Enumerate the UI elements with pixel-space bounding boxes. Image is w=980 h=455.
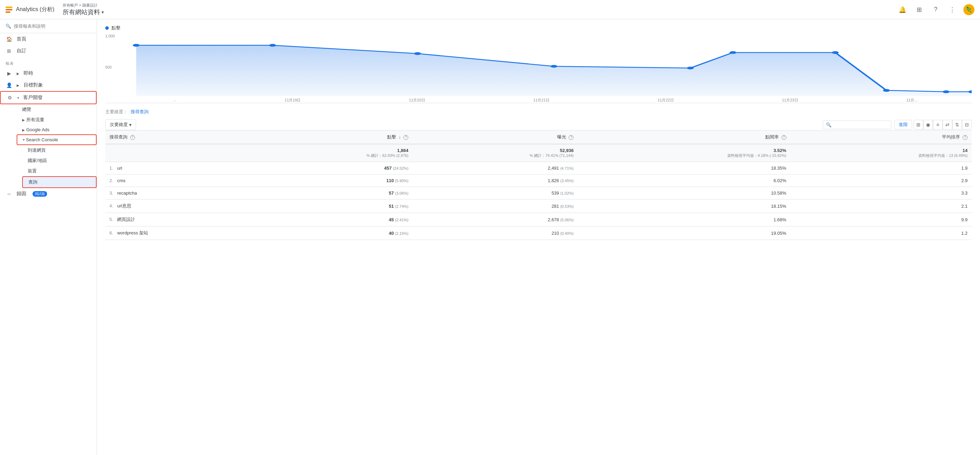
secondary-dim-btn[interactable]: 次要維度 ▾ <box>105 119 136 130</box>
help-query-icon[interactable]: ? <box>130 135 135 140</box>
cell-impressions-4: 2,678 (5.06%) <box>412 213 578 226</box>
col-header-impressions[interactable]: 曝光 ? <box>412 130 578 145</box>
sidebar-sub-landing[interactable]: 到達網頁 <box>22 145 97 156</box>
cell-ctr-4: 1.68% <box>578 213 790 226</box>
sidebar-sub-overview[interactable]: 總覽 <box>17 104 97 115</box>
custom-icon: ⊞ <box>6 48 13 54</box>
sidebar-sub-device[interactable]: 裝置 <box>22 166 97 176</box>
search-icon: 🔍 <box>826 122 832 127</box>
table-search-box: 🔍 <box>823 121 891 129</box>
sidebar-sub-google-ads[interactable]: ▶ Google Ads <box>17 125 97 134</box>
advanced-button[interactable]: 進階 <box>894 120 912 129</box>
chart-y-label-high: 1,000 <box>105 34 119 38</box>
cell-query-2: 3. recaptcha <box>105 187 254 199</box>
sort-icon: ↓ <box>399 134 401 140</box>
table-row: 2. cms 110 (5.90%) 1,826 (3.45%) 6.02% 2… <box>105 175 972 187</box>
table-row: 4. url意思 51 (2.74%) 281 (0.53%) 18.15% 2… <box>105 199 972 213</box>
audience-icon: 👤 <box>6 83 13 88</box>
sidebar-sub-query[interactable]: 查詢 <box>22 176 97 188</box>
cell-ctr-0: 18.35% <box>578 162 790 175</box>
sidebar-item-custom[interactable]: ⊞ 自訂 <box>0 45 97 57</box>
beta-badge: 測試版 <box>33 191 47 197</box>
table-search-input[interactable] <box>833 122 888 127</box>
help-ctr-icon[interactable]: ? <box>781 135 786 140</box>
cell-clicks-2: 57 (3.06%) <box>254 187 412 199</box>
breadcrumb-dropdown-icon[interactable]: ▾ <box>102 10 104 15</box>
logo-area: Analytics (分析) <box>6 6 54 13</box>
cell-impressions-5: 210 (0.40%) <box>412 226 578 240</box>
sidebar-search-area: 🔍 <box>0 19 97 33</box>
sidebar-sub-country[interactable]: 國家/地區 <box>22 156 97 166</box>
col-header-clicks[interactable]: 點擊 ↓ ? <box>254 130 412 145</box>
help-clicks-icon[interactable]: ? <box>403 135 408 140</box>
breadcrumb-area: 所有帳戶 > 鵑薈設計 所有網站資料 ▾ <box>63 3 897 16</box>
sidebar-item-home[interactable]: 🏠 首頁 <box>0 33 97 45</box>
view-pivot-icon[interactable]: ⇅ <box>952 120 962 129</box>
sidebar-item-label-home: 首頁 <box>17 36 26 42</box>
svg-point-6 <box>730 51 737 54</box>
sidebar-item-attribution[interactable]: ↔ 歸因 測試版 <box>0 188 97 200</box>
cell-query-0: 1. url <box>105 162 254 175</box>
view-chart-icon[interactable]: ◉ <box>923 120 933 129</box>
chart-series-dot <box>105 26 109 30</box>
cell-position-5: 1.2 <box>791 226 972 240</box>
cell-query-4: 5. 網頁設計 <box>105 213 254 226</box>
cell-ctr-5: 19.05% <box>578 226 790 240</box>
chart-series-label: 點擊 <box>111 25 121 31</box>
help-impressions-icon[interactable]: ? <box>569 135 573 140</box>
realtime-icon: ▶ <box>6 71 13 76</box>
expand-realtime-icon: ▶ <box>17 72 19 75</box>
apps-grid-icon[interactable]: ⊞ <box>913 4 924 15</box>
sidebar-item-label-realtime: 即時 <box>24 70 33 76</box>
more-options-icon[interactable]: ⋮ <box>947 4 958 15</box>
acquisition-icon: ⚙ <box>6 95 13 100</box>
chart-legend: 點擊 <box>105 25 972 31</box>
search-console-submenu: 到達網頁 國家/地區 裝置 查詢 <box>17 145 97 188</box>
search-input[interactable] <box>14 24 91 29</box>
view-bar-icon[interactable]: ≡ <box>933 120 943 129</box>
sidebar-item-realtime[interactable]: ▶ ▶ 即時 <box>0 67 97 79</box>
cell-query-1: 2. cms <box>105 175 254 187</box>
svg-point-7 <box>832 51 839 54</box>
content-inner: 點擊 1,000 500 <box>97 19 980 245</box>
col-header-ctr[interactable]: 點閱率 ? <box>578 130 790 145</box>
chart-x-label-0: ... <box>173 98 176 103</box>
view-compare-icon[interactable]: ⇄ <box>943 120 952 129</box>
avatar[interactable]: 🦎 <box>963 4 974 15</box>
chart-x-label-4: 11月22日 <box>658 98 673 103</box>
summary-label <box>105 144 254 162</box>
notification-icon[interactable]: 🔔 <box>897 4 908 15</box>
cell-clicks-4: 45 (2.41%) <box>254 213 412 226</box>
svg-point-4 <box>550 65 557 68</box>
svg-point-2 <box>269 44 276 47</box>
cell-clicks-0: 457 (24.52%) <box>254 162 412 175</box>
sidebar-search-icon: 🔍 <box>6 24 11 29</box>
sidebar-item-acquisition[interactable]: ⚙ ▾ 客戶開發 <box>0 91 97 104</box>
table-row: 5. 網頁設計 45 (2.41%) 2,678 (5.06%) 1.68% 9… <box>105 213 972 226</box>
expand-audience-icon: ▶ <box>17 83 19 87</box>
data-table: 搜尋查詢 ? 點擊 ↓ ? 曝光 ? 點閱率 <box>105 130 972 240</box>
view-table-icon[interactable]: ⊞ <box>913 120 923 129</box>
sidebar-item-label-acquisition: 客戶開發 <box>23 94 43 101</box>
col-header-query[interactable]: 搜尋查詢 ? <box>105 130 254 145</box>
svg-point-8 <box>883 89 890 92</box>
help-position-icon[interactable]: ? <box>963 135 967 140</box>
chart-y-label-mid: 500 <box>105 65 119 69</box>
breadcrumb-main[interactable]: 所有網站資料 ▾ <box>63 8 897 16</box>
cell-position-4: 9.9 <box>791 213 972 226</box>
sidebar-item-audience[interactable]: 👤 ▶ 目標對象 <box>0 79 97 91</box>
svg-point-3 <box>414 52 421 55</box>
cell-clicks-3: 51 (2.74%) <box>254 199 412 213</box>
chart-area: 1,000 500 <box>105 34 972 103</box>
sidebar-sub-all-traffic[interactable]: ▶ 所有流量 <box>17 115 97 125</box>
cell-clicks-1: 110 (5.90%) <box>254 175 412 187</box>
view-lifetime-icon[interactable]: ⊟ <box>962 120 972 129</box>
svg-marker-0 <box>136 45 972 96</box>
help-icon[interactable]: ? <box>930 4 941 15</box>
col-header-position[interactable]: 平均排序 ? <box>791 130 972 145</box>
table-row: 6. wordpress 架站 40 (2.15%) 210 (0.40%) 1… <box>105 226 972 240</box>
sidebar-sub-search-console[interactable]: ▾ Search Console <box>17 134 97 145</box>
chart-x-label-6: 11月... <box>906 98 917 103</box>
expand-traffic-icon: ▶ <box>22 118 25 122</box>
home-icon: 🏠 <box>6 37 13 42</box>
